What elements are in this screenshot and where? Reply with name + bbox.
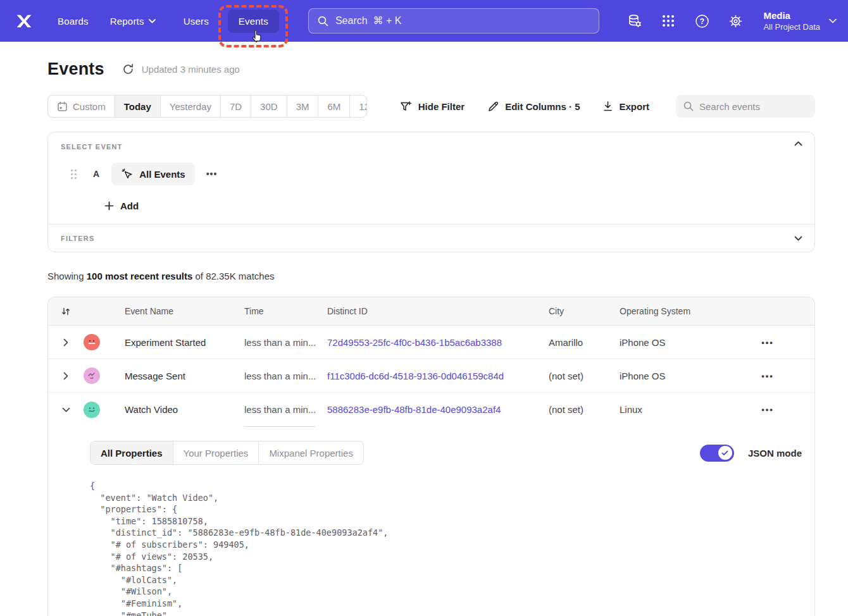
range-yesterday[interactable]: Yesterday [161,95,221,117]
global-search-input[interactable] [335,15,590,27]
event-picker-icon [121,168,134,180]
range-custom-label: Custom [73,101,106,112]
plus-icon [104,201,114,211]
pencil-icon [487,101,499,113]
tab-mixpanel-properties[interactable]: Mixpanel Properties [259,441,363,464]
nav-item-users[interactable]: Users [184,16,209,27]
search-icon [683,101,694,111]
event-detail-panel: All Properties Your Properties Mixpanel … [48,426,814,616]
chevron-down-icon [829,18,837,23]
row-menu-button[interactable]: ••• [721,338,814,347]
event-json-viewer: { "event": "Watch Video", "properties": … [90,480,802,616]
filters-label: FILTERS [61,235,94,242]
row-collapse-chevron-down-icon[interactable] [48,407,84,412]
project-switcher[interactable]: Media All Project Data [763,9,837,32]
search-events[interactable] [676,95,815,118]
row-menu-button[interactable]: ••• [721,405,814,414]
event-avatar [84,334,100,350]
hide-filter-button[interactable]: Hide Filter [400,101,465,113]
range-custom[interactable]: Custom [48,95,115,117]
cell-distinct-id-link[interactable]: 5886283e-e9fb-48fb-81de-40e9093a2af4 [327,404,549,415]
range-6m[interactable]: 6M [318,95,350,117]
table-row: Message Sent less than a min... f11c30d6… [48,359,814,393]
svg-text:?: ? [700,16,704,25]
project-info: Media All Project Data [763,9,820,32]
range-30d[interactable]: 30D [251,95,287,117]
nav-events-wrap: Events [228,9,279,33]
tab-all-properties[interactable]: All Properties [90,441,173,464]
column-divider [244,426,315,427]
edit-columns-label: Edit Columns · 5 [505,101,580,112]
refresh-icon[interactable] [122,63,134,75]
top-nav: Boards Reports Users Events [0,0,848,42]
row-expand-chevron-right-icon[interactable] [48,372,84,380]
select-event-label: SELECT EVENT [61,143,802,151]
apps-grid-icon[interactable] [661,13,676,28]
col-city: City [549,306,620,316]
json-mode-label: JSON mode [748,448,802,459]
all-events-chip[interactable]: All Events [111,163,195,185]
cell-time: less than a min... [244,337,327,348]
event-avatar [84,367,100,384]
toggle-check-icon [718,446,732,460]
project-name: Media [763,9,820,22]
table-row-expanded: Watch Video less than a min... 5886283e-… [48,393,814,426]
col-time: Time [244,306,327,316]
add-event-label: Add [120,200,139,211]
cell-os: iPhone OS [620,337,721,348]
summary-prefix: Showing [47,271,87,281]
table-row: Experiment Started less than a min... 72… [48,326,814,359]
cell-distinct-id-link[interactable]: 72d49553-25fc-4f0c-b436-1b5ac6ab3388 [327,337,549,348]
table-header-row: Event Name Time Distinct ID City Operati… [48,297,814,326]
global-search[interactable] [308,8,599,34]
chevron-down-icon [149,19,156,23]
toolbar-actions: Hide Filter Edit Columns · 5 Export [400,101,649,113]
col-distinct-id: Distinct ID [327,306,549,316]
filter-funnel-icon [400,101,413,113]
date-range-control: Custom Today Yesterday 7D 30D 3M 6M 12M [47,95,367,118]
all-events-chip-label: All Events [139,169,185,180]
event-avatar [84,402,100,418]
range-3m[interactable]: 3M [287,95,319,117]
search-icon [318,16,328,27]
cell-event-name: Watch Video [125,404,244,415]
cell-os: Linux [620,404,721,415]
nav-item-boards[interactable]: Boards [58,16,89,27]
collapse-chevron-up-icon[interactable] [794,141,802,146]
cell-event-name: Message Sent [125,371,244,381]
settings-gear-icon[interactable] [728,13,743,28]
calendar-icon [57,101,68,112]
range-7d[interactable]: 7D [221,95,251,117]
mixpanel-logo[interactable] [16,13,32,28]
range-today[interactable]: Today [115,95,161,117]
cell-distinct-id-link[interactable]: f11c30d6-dc6d-4518-9136-0d046159c84d [327,371,549,381]
nav-right: ? Media All Project Data [627,9,837,32]
tab-your-properties[interactable]: Your Properties [173,441,259,464]
cell-time: less than a min... [244,404,327,415]
col-operating-system: Operating System [620,306,721,316]
filters-section-toggle[interactable]: FILTERS [48,224,814,252]
query-builder-card: SELECT EVENT A All Events ••• [47,132,815,252]
export-label: Export [619,101,649,112]
edit-columns-button[interactable]: Edit Columns · 5 [487,101,580,113]
json-mode-toggle[interactable] [700,445,734,462]
hand-cursor-icon [251,28,265,44]
results-summary: Showing 100 most recent results of 82.35… [47,271,815,281]
search-events-input[interactable] [699,101,825,112]
data-management-icon[interactable] [627,13,642,28]
add-event-button[interactable]: Add [104,200,802,211]
nav-item-reports[interactable]: Reports [110,16,156,27]
nav-item-reports-label: Reports [110,16,144,27]
export-button[interactable]: Export [602,101,649,112]
toolbar: Custom Today Yesterday 7D 30D 3M 6M 12M … [47,95,815,118]
row-menu-button[interactable]: ••• [721,371,814,381]
drag-handle[interactable] [71,169,77,179]
json-mode-control: JSON mode [700,445,802,462]
sort-order-icon[interactable] [48,307,84,316]
detail-toolbar: All Properties Your Properties Mixpanel … [90,441,802,465]
range-12m[interactable]: 12M [350,95,366,117]
summary-count: 100 most recent results [87,271,193,281]
event-row-more-button[interactable]: ••• [206,169,218,179]
row-expand-chevron-right-icon[interactable] [48,338,84,347]
help-icon[interactable]: ? [694,13,709,28]
